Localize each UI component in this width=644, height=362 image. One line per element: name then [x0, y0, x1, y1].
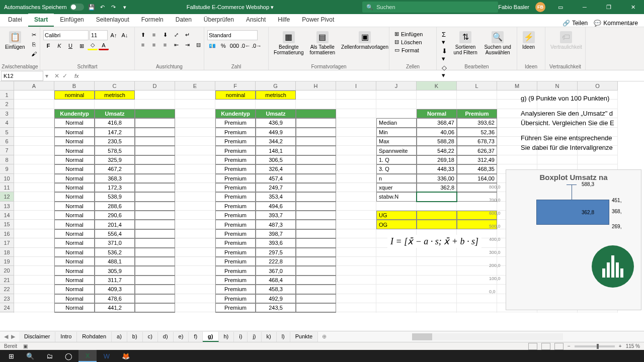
- cell[interactable]: [376, 312, 417, 313]
- row-header-16[interactable]: 16: [0, 229, 14, 238]
- view-pagebreak-icon[interactable]: [554, 343, 564, 350]
- cell[interactable]: 222,8: [256, 257, 296, 266]
- cell[interactable]: [336, 109, 376, 118]
- cell[interactable]: 344,2: [256, 137, 296, 146]
- cell[interactable]: [14, 118, 54, 127]
- orientation-icon[interactable]: ⤢: [171, 30, 181, 39]
- cell[interactable]: [296, 192, 336, 201]
- ribbon-tab-start[interactable]: Start: [28, 14, 54, 27]
- cell[interactable]: 457,4: [256, 174, 296, 183]
- cell[interactable]: [336, 312, 376, 313]
- cell[interactable]: [336, 211, 376, 220]
- cell[interactable]: [14, 146, 54, 155]
- sheet-tab[interactable]: Punkte: [290, 332, 318, 342]
- cell[interactable]: UG: [376, 211, 417, 220]
- cell[interactable]: [135, 137, 175, 146]
- col-header-O[interactable]: O: [578, 81, 618, 90]
- cell[interactable]: [376, 90, 417, 100]
- format-painter-icon[interactable]: 🖌: [29, 49, 39, 58]
- cell[interactable]: [14, 211, 54, 220]
- minimize-button[interactable]: ─: [576, 0, 594, 14]
- cell[interactable]: [14, 266, 54, 275]
- cell[interactable]: [175, 285, 215, 294]
- cell[interactable]: [296, 164, 336, 173]
- col-header-B[interactable]: B: [54, 81, 95, 90]
- col-header-N[interactable]: N: [537, 81, 578, 90]
- cell[interactable]: [376, 257, 417, 266]
- insert-cells-button[interactable]: ⊞ Einfügen: [392, 30, 425, 38]
- cell[interactable]: [457, 90, 497, 100]
- cell[interactable]: 678,73: [457, 137, 497, 146]
- cell[interactable]: [135, 266, 175, 275]
- cell[interactable]: 494,6: [256, 202, 296, 211]
- cell[interactable]: Normal: [54, 146, 95, 155]
- cell[interactable]: Premium: [215, 174, 256, 183]
- cell[interactable]: metrisch: [95, 90, 135, 100]
- cell[interactable]: [457, 100, 497, 109]
- close-button[interactable]: ✕: [624, 0, 642, 14]
- cell[interactable]: [336, 192, 376, 201]
- cell[interactable]: 393,7: [256, 211, 296, 220]
- cell[interactable]: [14, 137, 54, 146]
- row-header-10[interactable]: 10: [0, 174, 14, 183]
- cell[interactable]: [175, 90, 215, 100]
- record-macro-icon[interactable]: ▣: [23, 343, 28, 349]
- cell[interactable]: [296, 276, 336, 285]
- cell[interactable]: 478,6: [95, 294, 135, 303]
- cell[interactable]: [175, 174, 215, 183]
- italic-button[interactable]: K: [54, 41, 64, 50]
- cell[interactable]: [135, 118, 175, 127]
- cell[interactable]: [296, 312, 336, 313]
- cell[interactable]: 353,4: [256, 192, 296, 201]
- row-header-20[interactable]: 20: [0, 266, 14, 275]
- zoom-in-icon[interactable]: +: [619, 343, 622, 349]
- cell[interactable]: Normal: [54, 220, 95, 229]
- row-header-17[interactable]: 17: [0, 238, 14, 247]
- cell[interactable]: Normal: [54, 211, 95, 220]
- taskbar-excel-icon[interactable]: X: [78, 350, 97, 362]
- sheet-tab[interactable]: j): [248, 332, 261, 342]
- cell[interactable]: [376, 109, 417, 118]
- cell[interactable]: Kundentyp: [54, 109, 95, 118]
- cell[interactable]: [296, 294, 336, 303]
- maximize-button[interactable]: ❐: [600, 0, 618, 14]
- cell[interactable]: [175, 238, 215, 247]
- cell[interactable]: [336, 266, 376, 275]
- merge-icon[interactable]: ⊟: [193, 40, 203, 49]
- cell[interactable]: [175, 211, 215, 220]
- add-sheet-button[interactable]: ⊕: [318, 332, 331, 341]
- cell[interactable]: [336, 155, 376, 164]
- col-header-G[interactable]: G: [256, 81, 296, 90]
- taskbar-firefox-icon[interactable]: 🦊: [117, 350, 135, 362]
- cell[interactable]: [296, 146, 336, 155]
- cell[interactable]: [296, 100, 336, 109]
- sheet-tab[interactable]: k): [262, 332, 277, 342]
- cell[interactable]: [336, 248, 376, 257]
- ideas-button[interactable]: ⚡Ideen: [520, 30, 537, 51]
- cell[interactable]: [135, 238, 175, 247]
- row-header-12[interactable]: 12: [0, 192, 14, 201]
- cell[interactable]: 538,9: [95, 192, 135, 201]
- cell[interactable]: [296, 109, 336, 118]
- cell[interactable]: [135, 202, 175, 211]
- cell[interactable]: [417, 312, 457, 313]
- cell[interactable]: [336, 118, 376, 127]
- sheet-nav-prev-icon[interactable]: ◀: [4, 333, 8, 340]
- cell[interactable]: 371,0: [95, 238, 135, 247]
- col-header-A[interactable]: A: [14, 81, 54, 90]
- cell[interactable]: 311,7: [95, 276, 135, 285]
- cell[interactable]: 148,1: [256, 146, 296, 155]
- cell[interactable]: [296, 285, 336, 294]
- cell[interactable]: Premium: [215, 202, 256, 211]
- row-header-5[interactable]: 5: [0, 128, 14, 137]
- align-bottom-icon[interactable]: ⬇: [160, 30, 170, 39]
- cell[interactable]: [578, 155, 618, 164]
- cell[interactable]: [135, 90, 175, 100]
- cell[interactable]: [296, 174, 336, 183]
- row-header-3[interactable]: 3: [0, 109, 14, 118]
- name-box[interactable]: K12: [1, 71, 43, 81]
- cell[interactable]: [14, 164, 54, 173]
- cell[interactable]: [215, 100, 256, 109]
- col-header-I[interactable]: I: [336, 81, 376, 90]
- cell[interactable]: Min: [376, 128, 417, 137]
